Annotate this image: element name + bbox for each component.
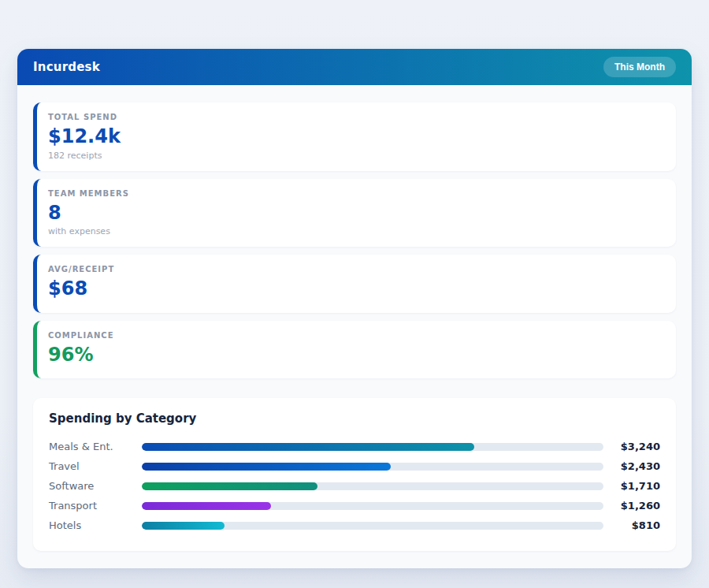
app-title: Incurdesk — [33, 60, 100, 74]
dashboard-panel: Incurdesk This Month TOTAL SPEND $12.4k … — [17, 49, 692, 568]
chart-row-meals: Meals & Ent. $3,240 — [49, 437, 660, 456]
chart-title: Spending by Category — [49, 411, 660, 426]
stat-card-team-members: TEAM MEMBERS 8 with expenses — [33, 179, 676, 247]
category-value: $1,260 — [603, 500, 660, 512]
period-badge[interactable]: This Month — [603, 57, 676, 77]
bar-track — [142, 482, 603, 490]
category-value: $2,430 — [603, 460, 660, 472]
category-label: Software — [49, 480, 142, 492]
stat-value: 96% — [48, 344, 662, 367]
bar-fill — [142, 463, 391, 471]
stat-value: 8 — [48, 203, 662, 225]
bar-fill — [142, 502, 271, 510]
chart-row-travel: Travel $2,430 — [49, 456, 660, 476]
panel-body: TOTAL SPEND $12.4k 182 receipts TEAM MEM… — [17, 85, 692, 568]
stat-label: TOTAL SPEND — [48, 113, 662, 121]
stat-label: AVG/RECEIPT — [48, 265, 662, 274]
bar-track — [142, 463, 603, 471]
spending-by-category-chart: Spending by Category Meals & Ent. $3,240… — [33, 398, 676, 551]
chart-row-transport: Transport $1,260 — [49, 496, 660, 515]
category-value: $3,240 — [603, 441, 660, 452]
bar-fill — [142, 443, 474, 451]
chart-row-hotels: Hotels $810 — [49, 515, 660, 535]
stat-label: TEAM MEMBERS — [48, 189, 662, 198]
bar-track — [142, 522, 603, 530]
category-label: Transport — [49, 500, 142, 512]
category-value: $1,710 — [603, 480, 660, 492]
stat-sub: with expenses — [48, 226, 662, 236]
stat-card-total-spend: TOTAL SPEND $12.4k 182 receipts — [33, 102, 676, 171]
stat-card-avg-receipt: AVG/RECEIPT $68 — [33, 255, 676, 313]
stat-value: $12.4k — [48, 126, 662, 148]
chart-row-software: Software $1,710 — [49, 476, 660, 496]
bar-fill — [142, 522, 225, 530]
stat-sub: 182 receipts — [48, 151, 662, 161]
category-label: Hotels — [49, 519, 142, 531]
stat-card-compliance: COMPLIANCE 96% — [33, 321, 676, 379]
stat-label: COMPLIANCE — [48, 331, 662, 340]
app-header: Incurdesk This Month — [17, 49, 692, 85]
category-label: Travel — [49, 460, 142, 472]
bar-track — [142, 443, 603, 451]
category-label: Meals & Ent. — [49, 441, 142, 452]
category-value: $810 — [603, 519, 660, 531]
bar-fill — [142, 482, 317, 490]
bar-track — [142, 502, 603, 510]
stat-value: $68 — [48, 278, 662, 300]
